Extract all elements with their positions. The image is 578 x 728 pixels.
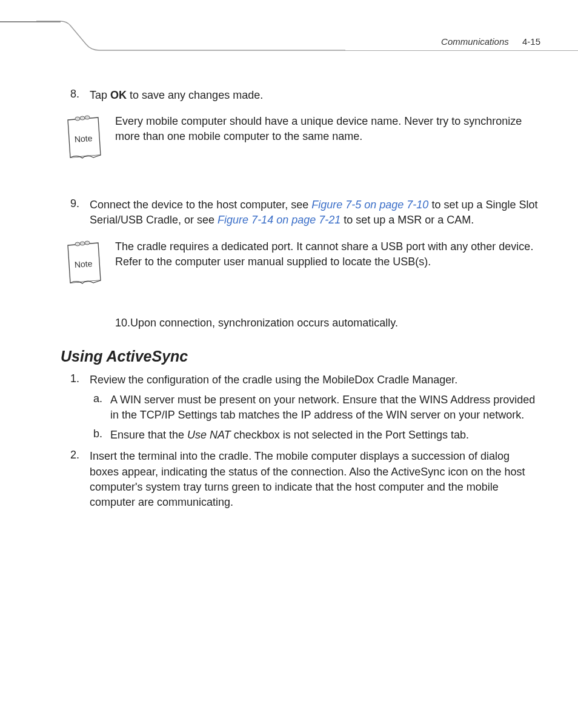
svg-text:Note: Note <box>74 259 93 270</box>
activesync-step-1a: a. A WIN server must be present on your … <box>93 392 540 423</box>
section-heading: Using ActiveSync <box>61 348 540 365</box>
text-fragment: Ensure that the <box>110 429 187 441</box>
step-text: Review the configuration of the cradle u… <box>90 372 540 388</box>
bold-text: OK <box>110 89 127 101</box>
note-block-2: Note The cradle requires a dedicated por… <box>61 239 540 293</box>
text-fragment: to set up a MSR or a CAM. <box>340 214 474 226</box>
activesync-step-2: 2. Insert the terminal into the cradle. … <box>61 449 540 510</box>
svg-point-4 <box>75 242 80 246</box>
page-content: 8. Tap OK to save any changes made. Note… <box>61 88 540 521</box>
svg-text:Note: Note <box>74 133 93 144</box>
svg-point-5 <box>80 242 85 245</box>
svg-point-0 <box>75 117 80 121</box>
step-number: 8. <box>61 88 90 103</box>
substep-text: A WIN server must be present on your net… <box>110 392 540 423</box>
note-text: The cradle requires a dedicated port. It… <box>115 239 540 270</box>
text-fragment: to save any changes made. <box>127 89 263 101</box>
header-section: Communications <box>441 36 509 47</box>
italic-text: Use NAT <box>187 429 231 441</box>
note-icon: Note <box>61 114 109 167</box>
step-text: Connect the device to the host computer,… <box>90 197 540 228</box>
page-header-decoration <box>0 0 578 61</box>
svg-point-6 <box>85 241 90 245</box>
page-header: Communications 4-15 <box>441 36 540 47</box>
step-number: 2. <box>61 449 90 510</box>
step-9: 9. Connect the device to the host comput… <box>61 197 540 228</box>
step-8: 8. Tap OK to save any changes made. <box>61 88 540 103</box>
activesync-step-1b: b. Ensure that the Use NAT checkbox is n… <box>93 428 540 443</box>
activesync-step-1: 1. Review the configuration of the cradl… <box>61 372 540 388</box>
note-icon: Note <box>61 239 109 293</box>
header-page-number: 4-15 <box>522 36 540 47</box>
step-text: Tap OK to save any changes made. <box>90 88 540 103</box>
substep-letter: b. <box>93 428 110 443</box>
note-block-1: Note Every mobile computer should have a… <box>61 114 540 167</box>
header-curve-line <box>36 9 351 58</box>
cross-reference-link[interactable]: Figure 7-5 on page 7-10 <box>311 199 428 211</box>
text-fragment: checkbox is not selected in the Port Set… <box>231 429 469 441</box>
svg-point-1 <box>80 116 85 120</box>
text-fragment: Tap <box>90 89 110 101</box>
substep-letter: a. <box>93 392 110 423</box>
step-number: 9. <box>61 197 90 228</box>
cross-reference-link[interactable]: Figure 7-14 on page 7-21 <box>218 214 340 226</box>
substep-text: Ensure that the Use NAT checkbox is not … <box>110 428 540 443</box>
text-fragment: Connect the device to the host computer,… <box>90 199 311 211</box>
svg-point-2 <box>85 116 90 119</box>
note-text: Every mobile computer should have a uniq… <box>115 114 540 144</box>
step-text: Insert the terminal into the cradle. The… <box>90 449 540 510</box>
step-10: 10.Upon connection, synchronization occu… <box>115 317 540 329</box>
step-number: 1. <box>61 372 90 388</box>
